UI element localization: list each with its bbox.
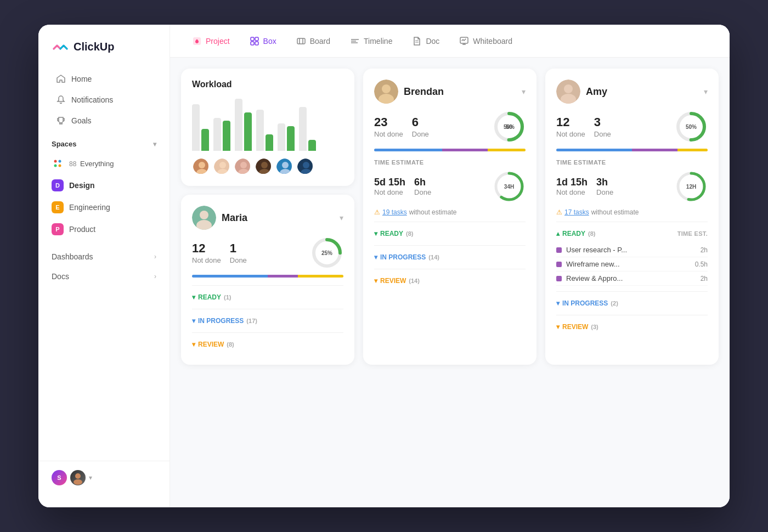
brendan-done: 6 Done [412,115,429,138]
brendan-inprogress-label[interactable]: ▾ IN PROGRESS (14) [374,251,526,263]
svg-rect-10 [255,42,258,45]
amy-info: Amy [556,80,607,104]
user-section[interactable]: S ▾ [52,470,156,485]
amy-divider-1 [556,222,708,222]
home-label: Home [71,75,92,83]
brendan-prog-purple [442,149,488,151]
amy-warning-link[interactable]: 17 tasks [564,208,589,216]
notifications-label: Notifications [71,95,113,104]
maria-info: Maria [192,206,247,230]
tab-board[interactable]: Board [287,32,339,50]
svg-point-24 [219,162,226,168]
tab-box-label: Box [263,37,276,46]
task-time-3: 2h [701,275,708,282]
maria-ready-label[interactable]: ▾ READY (1) [192,291,343,303]
main-content: Project Box [170,25,730,507]
workload-title: Workload [192,80,343,89]
brendan-divider-3 [374,269,526,269]
chevron-down-icon-2: ▾ [374,253,377,261]
bar-gray-3 [235,99,242,151]
spaces-chevron-icon[interactable]: ▾ [153,140,156,148]
svg-rect-9 [251,42,254,45]
task-name-3: Review & Appro... [566,274,696,282]
tab-box[interactable]: Box [241,32,285,50]
brendan-dropdown-icon[interactable]: ▾ [522,87,526,96]
bar-group-5 [278,123,295,151]
sidebar-item-design[interactable]: D Design [43,174,165,196]
brendan-ready-label[interactable]: ▾ READY (8) [374,228,526,240]
everything-label: 88 Everything [69,160,114,168]
svg-point-36 [303,162,309,168]
maria-divider-2 [192,309,343,309]
task-item-3[interactable]: Review & Appro... 2h [556,271,708,286]
sidebar-item-notifications[interactable]: Notifications [43,89,165,110]
sidebar-item-dashboards[interactable]: Dashboards › [38,247,170,267]
brendan-divider-1 [374,222,526,222]
bar-gray-4 [256,110,264,151]
tab-timeline-label: Timeline [364,37,392,46]
tab-project-label: Project [206,37,230,46]
logo[interactable]: ClickUp [38,38,170,69]
bar-green-6 [308,140,316,151]
avatar-row [192,157,343,175]
tab-doc-label: Doc [426,37,439,46]
tab-project[interactable]: Project [183,32,239,50]
brendan-warning-link[interactable]: 19 tasks [382,208,407,216]
task-item-1[interactable]: User research - P... 2h [556,243,708,257]
maria-inprogress-label[interactable]: ▾ IN PROGRESS (17) [192,315,343,327]
amy-divider-3 [556,315,708,315]
board-icon [296,36,306,46]
maria-prog-blue [192,275,268,278]
maria-not-done: 12 Not done [192,241,221,264]
tab-doc[interactable]: Doc [403,32,448,50]
tab-whiteboard-label: Whiteboard [473,37,512,46]
sidebar-item-product[interactable]: P Product [43,218,165,240]
product-badge: P [52,223,64,235]
sidebar-item-home[interactable]: Home [43,69,165,89]
task-dot-3 [556,276,562,281]
amy-done: 3 Done [594,115,611,138]
bar-green-4 [266,134,273,151]
maria-ready-group: ▾ READY (1) [192,291,343,303]
amy-ready-label[interactable]: ▴ READY (8) [556,228,595,240]
svg-point-53 [200,211,208,219]
svg-point-2 [54,165,57,167]
bar-group-1 [192,104,209,151]
sidebar-item-engineering[interactable]: E Engineering [43,196,165,218]
brendan-time-donut-label: 34H [504,184,514,190]
maria-donut-label: 25% [321,250,332,256]
maria-donut: 25% [310,236,343,269]
maria-prog-yellow [298,275,343,278]
sidebar-item-everything[interactable]: 88 Everything [43,152,165,174]
amy-inprogress-label[interactable]: ▾ IN PROGRESS (2) [556,297,708,309]
amy-ready-group: ▴ READY (8) TIME EST. User research - P.… [556,228,708,286]
tab-timeline[interactable]: Timeline [341,32,401,50]
brendan-review-label[interactable]: ▾ REVIEW (14) [374,275,526,287]
topbar: Project Box [170,25,730,58]
maria-dropdown-icon[interactable]: ▾ [340,213,343,222]
amy-review-label[interactable]: ▾ REVIEW (3) [556,321,708,333]
amy-done-time: 3h Done [596,177,613,197]
sidebar-item-goals[interactable]: Goals [43,110,165,131]
svg-point-0 [54,160,57,163]
amy-dropdown-icon[interactable]: ▾ [704,87,708,96]
sidebar: ClickUp Home Notifications [38,25,170,507]
maria-done: 1 Done [230,241,247,264]
bar-gray-6 [299,107,307,151]
maria-name: Maria [222,212,247,224]
brendan-header: Brendan ▾ [374,80,526,104]
brendan-progress-bar [374,149,526,151]
amy-time-donut-label: 12H [686,184,696,190]
task-time-2: 0.5h [695,261,708,268]
whiteboard-icon [459,36,469,46]
box-icon [250,36,259,46]
workload-card: Workload [181,69,354,186]
brendan-name: Brendan [404,86,444,98]
tab-whiteboard[interactable]: Whiteboard [450,32,521,50]
svg-point-4 [75,473,81,479]
sidebar-item-docs[interactable]: Docs › [38,267,170,286]
brendan-divider-2 [374,245,526,246]
maria-review-label[interactable]: ▾ REVIEW (8) [192,338,343,350]
svg-rect-7 [251,37,254,41]
task-item-2[interactable]: Wireframe new... 0.5h [556,257,708,271]
